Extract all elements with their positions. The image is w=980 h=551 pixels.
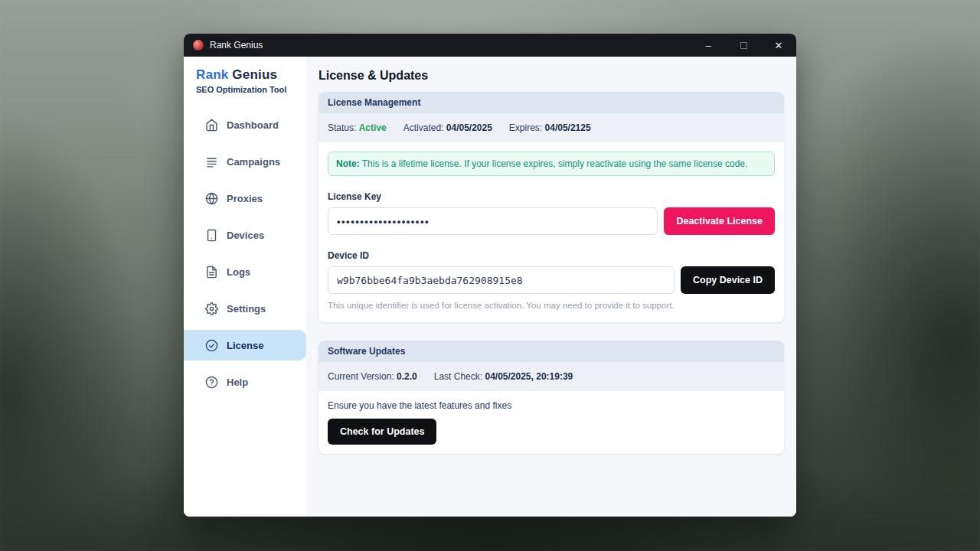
document-icon [205,266,218,279]
app-logo: Rank Genius SEO Optimization Tool [184,67,306,94]
license-management-card: License Management Status: Active Activa… [318,92,784,322]
activated-label: Activated: [403,122,444,133]
check-for-updates-button[interactable]: Check for Updates [328,419,436,445]
logo-subtitle: SEO Optimization Tool [196,85,306,94]
version-value: 0.2.0 [397,371,417,382]
close-button[interactable]: ✕ [761,34,796,57]
maximize-icon [740,42,747,49]
sidebar-item-devices[interactable]: Devices [184,220,306,250]
sidebar-item-label: Campaigns [227,156,280,168]
sidebar-item-label: Devices [227,230,264,241]
sidebar: Rank Genius SEO Optimization Tool Dashbo… [184,57,306,517]
license-card-header: License Management [318,92,784,113]
lifetime-license-note: Note: This is a lifetime license. If you… [328,152,775,176]
device-id-input[interactable] [328,266,675,294]
sidebar-item-label: Help [227,377,248,388]
logo-text-genius: Genius [228,67,277,82]
expires-value: 04/05/2125 [545,122,591,133]
last-check-field: Last Check: 04/05/2025, 20:19:39 [434,371,573,382]
device-id-label: Device ID [328,250,775,261]
sidebar-item-label: Settings [227,303,266,315]
activated-value: 04/05/2025 [446,122,492,133]
version-field: Current Version: 0.2.0 [328,371,417,382]
updates-status-row: Current Version: 0.2.0 Last Check: 04/05… [318,362,784,391]
sidebar-item-license[interactable]: License [184,330,306,360]
globe-icon [205,192,218,205]
help-icon [205,376,218,389]
logo-text-rank: Rank [196,67,228,82]
software-updates-card: Software Updates Current Version: 0.2.0 … [318,341,784,454]
sidebar-item-settings[interactable]: Settings [184,293,306,324]
expires-field: Expires: 04/05/2125 [509,122,591,133]
main-content: License & Updates License Management Sta… [306,57,796,517]
status-label: Status: [328,122,356,133]
sidebar-nav: Dashboard Campaigns Proxies Devices Logs [184,109,306,397]
titlebar[interactable]: Rank Genius – ✕ [184,34,796,57]
license-key-input[interactable] [328,207,658,235]
smartphone-icon [205,229,218,242]
sidebar-item-dashboard[interactable]: Dashboard [184,109,306,140]
gear-icon [205,302,218,315]
license-key-label: License Key [328,191,775,202]
version-label: Current Version: [328,371,394,382]
note-label: Note: [336,158,360,169]
sidebar-item-label: Proxies [227,193,263,204]
expires-label: Expires: [509,122,542,133]
sidebar-item-label: License [227,340,263,351]
license-status-row: Status: Active Activated: 04/05/2025 Exp… [318,113,784,142]
home-icon [205,119,218,132]
sidebar-item-help[interactable]: Help [184,367,306,397]
activated-field: Activated: 04/05/2025 [403,122,492,133]
status-field: Status: Active [328,122,387,133]
maximize-button[interactable] [726,34,761,57]
note-text: This is a lifetime license. If your lice… [360,158,748,169]
last-check-label: Last Check: [434,371,482,382]
sidebar-item-campaigns[interactable]: Campaigns [184,146,306,177]
sidebar-item-proxies[interactable]: Proxies [184,183,306,214]
sidebar-item-logs[interactable]: Logs [184,256,306,287]
sidebar-item-label: Dashboard [227,119,279,131]
minimize-button[interactable]: – [691,34,726,57]
sidebar-item-label: Logs [227,266,250,278]
app-window: Rank Genius – ✕ Rank Genius SEO Optimiza… [184,34,796,517]
updates-hint: Ensure you have the latest features and … [328,400,775,411]
device-id-hint: This unique identifier is used for licen… [328,301,775,313]
list-icon [205,155,218,168]
last-check-value: 04/05/2025, 20:19:39 [485,371,573,382]
status-value: Active [359,122,387,133]
app-icon [193,40,204,51]
copy-device-id-button[interactable]: Copy Device ID [681,266,775,294]
page-title: License & Updates [318,69,784,83]
deactivate-license-button[interactable]: Deactivate License [664,207,775,235]
updates-card-header: Software Updates [318,341,784,362]
window-title: Rank Genius [210,40,263,51]
license-check-icon [205,339,218,352]
